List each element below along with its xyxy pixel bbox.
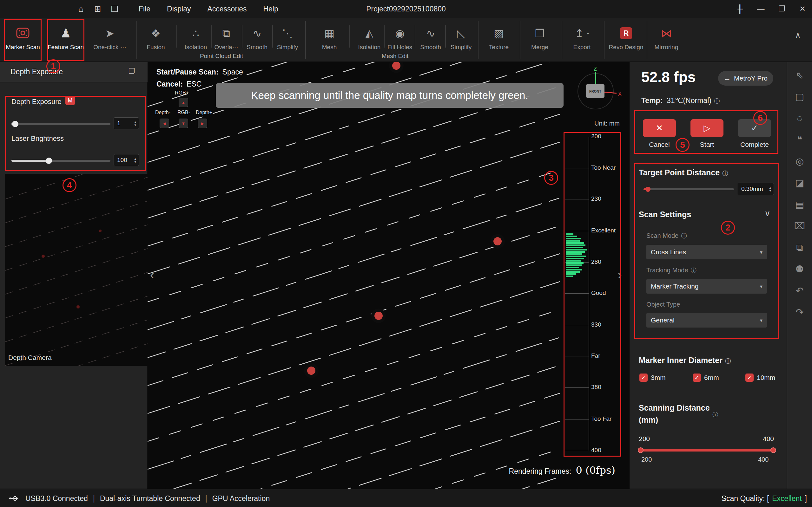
rgb-plus-button[interactable]: ▲ [179,98,188,107]
toast-message: Keep scanning until the quality map turn… [216,83,564,108]
redo-icon[interactable]: ↷ [796,307,803,317]
tool-texture[interactable]: ▨ Texture [483,19,515,51]
start-button[interactable]: ▷ [691,119,723,137]
tool-revo-design[interactable]: R Revo Design [607,19,645,51]
tool-marker-scan[interactable]: Marker Scan [5,19,41,51]
minimize-icon[interactable]: — [757,4,764,13]
scanning-distance-range-slider[interactable] [640,449,774,452]
depth-exposure-spinner[interactable]: 1 ▴▾ [114,117,139,129]
new-project-icon[interactable]: ⊞ [91,0,104,18]
checkbox-3mm[interactable]: ✓ 3mm [640,374,666,382]
menu-accessories[interactable]: Accessories [207,5,247,13]
home-icon[interactable]: ⌂ [74,0,87,18]
delete-icon[interactable]: ⌧ [794,221,805,231]
tool-mesh-smooth[interactable]: ∿ Smooth [416,19,446,51]
feature-scan-icon: ♟ [60,25,71,42]
fill-holes-icon: ◉ [395,25,405,42]
depth-exposure-label: Depth Exposure [11,98,61,106]
tool-mirroring[interactable]: ⋈ Mirroring [650,19,683,51]
gizmo-x-label: X [618,91,622,97]
range-handle-min[interactable] [638,447,644,453]
rect-select-icon[interactable]: ▢ [795,92,804,102]
rgb-minus-button[interactable]: ▼ [179,119,188,128]
menu-file[interactable]: File [139,5,150,13]
laser-brightness-spinner[interactable]: 100 ▴▾ [114,154,139,166]
status-bar: USB3.0 Connected | Dual-axis Turntable C… [0,489,812,507]
maximize-icon[interactable]: ❐ [778,4,785,13]
scan-mode-dropdown[interactable]: Cross Lines ▾ [646,245,767,259]
marker-inner-diameter-info-icon[interactable]: ⓘ [725,358,731,364]
tool-export[interactable]: ↥ ▾ Export [564,19,599,51]
manual-mode-badge[interactable]: M [65,96,75,105]
popout-window-icon[interactable]: ❐ [129,67,135,75]
mesh-smooth-icon: ∿ [426,25,435,42]
rgb-minus-label: RGB- [177,110,190,115]
depth-plus-button[interactable]: ▶ [198,119,207,128]
tool-fill-holes[interactable]: ◉ Fill Holes [385,19,414,51]
pc-isolation-icon: ∴ [192,25,199,42]
target-point-distance-spinner[interactable]: 0.30mm ▴▾ [738,183,774,195]
target-point-distance-slider[interactable] [644,188,734,190]
open-folder-icon[interactable]: ❏ [108,0,121,18]
viewport-3d[interactable]: Start/Pause Scan:Space Cancel:ESC Keep s… [148,62,629,489]
laser-brightness-slider[interactable] [11,160,110,162]
range-handle-max[interactable] [770,447,776,453]
duplicate-icon[interactable]: ⧉ [796,243,803,252]
tool-one-click[interactable]: ➤ One-click ··· [91,19,129,51]
checkbox-6mm[interactable]: ✓ 6mm [693,374,719,382]
lasso-select-icon[interactable]: ◌ [797,114,803,123]
caret-down-icon: ▾ [760,318,762,324]
quality-depth-bar [565,137,589,451]
tracking-mode-info-icon[interactable]: ⓘ [691,267,697,274]
tool-pc-smooth[interactable]: ∿ Smooth [243,19,272,51]
target-point-distance-handle[interactable] [646,187,651,192]
depth-exposure-slider-handle[interactable] [12,121,18,127]
orientation-gizmo[interactable]: Z X FRONT [566,67,623,114]
menu-help[interactable]: Help [263,5,278,13]
complete-button[interactable]: ✓ [738,119,771,137]
depth-camera-label: Depth Camera [8,354,52,361]
close-icon[interactable]: ✕ [799,4,806,13]
depth-minus-button[interactable]: ◀ [160,119,169,128]
tracking-mode-dropdown[interactable]: Marker Tracking ▾ [646,279,767,294]
collapse-left-panel-icon[interactable]: ‹ [150,268,154,282]
ribbon-separator [211,25,212,48]
target-point-distance-info-icon[interactable]: ⓘ [722,170,728,177]
settings-sliders-icon[interactable]: ╫ [738,4,743,13]
tool-fusion[interactable]: ❖ Fusion [141,19,170,51]
spin-down-icon[interactable]: ▾ [134,123,136,126]
tool-mesh-simplify[interactable]: ◺ Simplify [446,19,476,51]
tool-feature-scan[interactable]: ♟ Feature Scan [48,19,84,51]
laser-brightness-slider-handle[interactable] [46,158,52,164]
device-badge[interactable]: ← MetroY Pro [718,71,773,86]
menu-display[interactable]: Display [167,5,191,13]
scanning-distance-min: 200 [639,435,650,443]
plane-cut-icon[interactable]: ◪ [795,178,804,188]
temp-info-icon[interactable]: ⓘ [714,98,720,104]
sphere-view-icon[interactable]: ◎ [796,157,804,166]
spin-down-icon[interactable]: ▾ [134,160,136,163]
cancel-button[interactable]: ✕ [643,119,676,137]
expand-right-panel-icon[interactable]: › [618,268,622,282]
scanning-distance-info-icon[interactable]: ⓘ [712,411,718,418]
pick-tool-icon[interactable]: ⇖ [796,70,803,80]
spin-down-icon[interactable]: ▾ [769,189,771,192]
scan-mode-info-icon[interactable]: ⓘ [681,233,687,239]
image-adjust-icon[interactable]: ▤ [795,200,804,209]
tool-mesh-isolation[interactable]: ◭ Isolation [355,19,384,51]
cancel-button-label: Cancel [640,141,678,149]
comment-icon[interactable]: ❝ [797,135,802,145]
tool-merge[interactable]: ❒ Merge [524,19,556,51]
depth-exposure-slider[interactable] [11,123,110,125]
ribbon-collapse-icon[interactable]: ∧ [795,31,801,40]
object-type-dropdown[interactable]: General ▾ [646,313,767,328]
scan-settings-collapse-icon[interactable]: ∨ [764,209,770,219]
tool-pc-simplify[interactable]: ⋱ Simplify [273,19,302,51]
model-icon[interactable]: ⚉ [796,265,804,274]
checkbox-10mm[interactable]: ✓ 10mm [745,374,775,382]
tool-pc-isolation[interactable]: ∴ Isolation [181,19,210,51]
tool-mesh[interactable]: ▦ Mesh [315,19,344,51]
device-name: MetroY Pro [734,74,768,82]
tool-overlap[interactable]: ⧉ Overla··· [212,19,241,51]
undo-icon[interactable]: ↶ [796,286,803,295]
